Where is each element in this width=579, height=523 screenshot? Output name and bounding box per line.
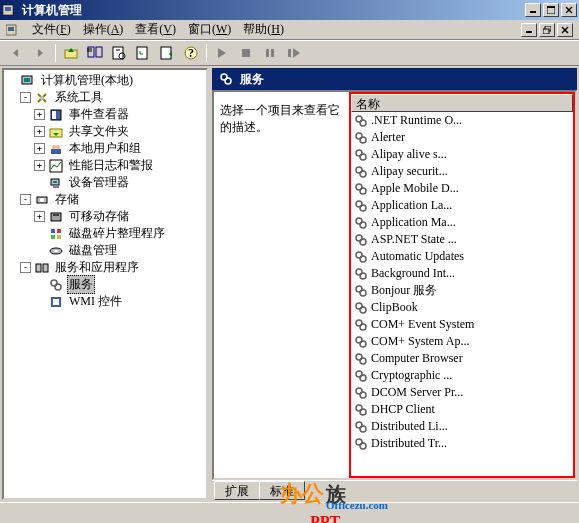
tree-node-services[interactable]: 服务	[6, 276, 204, 293]
mdi-icon	[6, 23, 20, 37]
mdi-restore-button[interactable]	[539, 23, 555, 37]
collapse-icon[interactable]: -	[20, 262, 31, 273]
tree-node-devmgr[interactable]: 设备管理器	[6, 174, 204, 191]
refresh-button[interactable]	[132, 42, 154, 64]
collapse-icon[interactable]: -	[20, 194, 31, 205]
menu-file[interactable]: 文件(F)	[26, 19, 77, 40]
service-item[interactable]: Application Ma...	[351, 214, 573, 231]
service-item[interactable]: Application La...	[351, 197, 573, 214]
service-item[interactable]: Bonjour 服务	[351, 282, 573, 299]
service-item[interactable]: Apple Mobile D...	[351, 180, 573, 197]
svg-rect-46	[53, 214, 59, 216]
service-item[interactable]: DCOM Server Pr...	[351, 384, 573, 401]
tools-icon	[34, 90, 50, 106]
menu-help[interactable]: 帮助(H)	[237, 19, 290, 40]
svg-point-68	[360, 171, 366, 177]
expand-icon[interactable]: +	[34, 143, 45, 154]
tree-node-systools[interactable]: -系统工具	[6, 89, 204, 106]
svg-rect-49	[51, 235, 55, 239]
help-button[interactable]: ?	[180, 42, 202, 64]
svg-point-100	[360, 443, 366, 449]
tree-node-wmi[interactable]: WMI 控件	[6, 293, 204, 310]
minimize-button[interactable]	[525, 3, 541, 17]
service-item[interactable]: Alipay alive s...	[351, 146, 573, 163]
gear-icon	[353, 300, 369, 316]
tree-node-shared[interactable]: +共享文件夹	[6, 123, 204, 140]
menu-window[interactable]: 窗口(W)	[182, 19, 237, 40]
tab-extended[interactable]: 扩展	[214, 481, 260, 500]
service-item[interactable]: DHCP Client	[351, 401, 573, 418]
svg-point-96	[360, 409, 366, 415]
service-item[interactable]: Automatic Updates	[351, 248, 573, 265]
tree-node-removable[interactable]: +可移动存储	[6, 208, 204, 225]
gear-icon	[353, 385, 369, 401]
service-list-pane[interactable]: 名称 .NET Runtime O...AlerterAlipay alive …	[349, 92, 575, 478]
defrag-icon	[48, 226, 64, 242]
service-list[interactable]: .NET Runtime O...AlerterAlipay alive s..…	[351, 112, 573, 452]
svg-point-62	[360, 120, 366, 126]
service-name: Application La...	[371, 198, 452, 213]
gear-icon	[353, 402, 369, 418]
svg-point-44	[40, 198, 44, 202]
svg-point-76	[360, 239, 366, 245]
restart-button[interactable]	[283, 42, 305, 64]
tree-node-storage[interactable]: -存储	[6, 191, 204, 208]
svg-rect-31	[24, 78, 30, 82]
forward-button[interactable]	[29, 42, 51, 64]
collapse-icon[interactable]: -	[20, 92, 31, 103]
detail-title: 服务	[240, 71, 264, 88]
service-item[interactable]: Computer Browser	[351, 350, 573, 367]
mdi-close-button[interactable]	[557, 23, 573, 37]
service-name: Application Ma...	[371, 215, 456, 230]
tree-node-localusers[interactable]: +本地用户和组	[6, 140, 204, 157]
expand-icon[interactable]: +	[34, 211, 45, 222]
svg-point-66	[360, 154, 366, 160]
service-item[interactable]: .NET Runtime O...	[351, 112, 573, 129]
mdi-minimize-button[interactable]	[521, 23, 537, 37]
svg-rect-41	[53, 181, 57, 183]
tree-node-diskmgmt[interactable]: 磁盘管理	[6, 242, 204, 259]
svg-rect-58	[53, 299, 59, 305]
gear-icon	[353, 368, 369, 384]
service-item[interactable]: Distributed Tr...	[351, 435, 573, 452]
expand-icon[interactable]: +	[34, 109, 45, 120]
main-area: 计算机管理(本地) -系统工具 +事件查看器 +共享文件夹 +本地用户和组 +性…	[0, 66, 579, 502]
svg-rect-8	[8, 27, 14, 31]
menu-action[interactable]: 操作(A)	[77, 19, 130, 40]
maximize-button[interactable]	[543, 3, 559, 17]
service-item[interactable]: Distributed Li...	[351, 418, 573, 435]
tree-node-svcapp[interactable]: -服务和应用程序	[6, 259, 204, 276]
service-item[interactable]: ClipBook	[351, 299, 573, 316]
show-hide-button[interactable]	[84, 42, 106, 64]
properties-button[interactable]	[108, 42, 130, 64]
column-header-name[interactable]: 名称	[351, 94, 573, 112]
service-item[interactable]: Alipay securit...	[351, 163, 573, 180]
up-button[interactable]	[60, 42, 82, 64]
description-text: 选择一个项目来查看它的描述。	[220, 102, 343, 136]
service-item[interactable]: ASP.NET State ...	[351, 231, 573, 248]
tab-standard[interactable]: 标准	[259, 481, 305, 500]
service-item[interactable]: Cryptographic ...	[351, 367, 573, 384]
tree-node-root[interactable]: 计算机管理(本地)	[6, 72, 204, 89]
stop-button[interactable]	[235, 42, 257, 64]
perf-icon	[48, 158, 64, 174]
close-button[interactable]	[561, 3, 577, 17]
expand-icon[interactable]: +	[34, 160, 45, 171]
menu-view[interactable]: 查看(V)	[129, 19, 182, 40]
service-item[interactable]: COM+ System Ap...	[351, 333, 573, 350]
service-item[interactable]: Alerter	[351, 129, 573, 146]
tree-pane[interactable]: 计算机管理(本地) -系统工具 +事件查看器 +共享文件夹 +本地用户和组 +性…	[2, 68, 208, 500]
svg-point-32	[40, 96, 44, 100]
tree-node-defrag[interactable]: 磁盘碎片整理程序	[6, 225, 204, 242]
service-item[interactable]: Background Int...	[351, 265, 573, 282]
back-button[interactable]	[5, 42, 27, 64]
expand-icon[interactable]: +	[34, 126, 45, 137]
tree-node-perflog[interactable]: +性能日志和警报	[6, 157, 204, 174]
tree-node-eventviewer[interactable]: +事件查看器	[6, 106, 204, 123]
start-button[interactable]	[211, 42, 233, 64]
export-button[interactable]	[156, 42, 178, 64]
svg-point-80	[360, 273, 366, 279]
pause-button[interactable]	[259, 42, 281, 64]
service-item[interactable]: COM+ Event System	[351, 316, 573, 333]
disk-icon	[48, 243, 64, 259]
